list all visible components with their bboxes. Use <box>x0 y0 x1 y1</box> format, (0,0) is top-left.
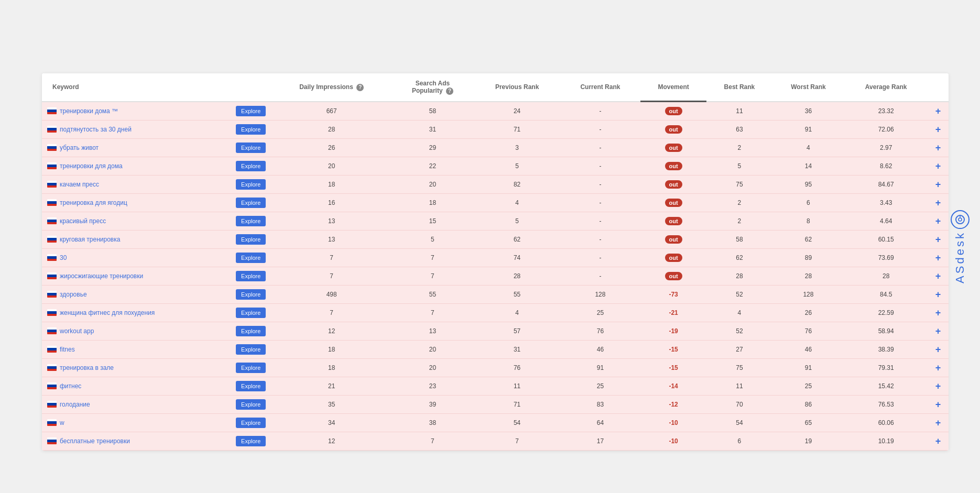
explore-button[interactable]: Explore <box>236 198 266 208</box>
col-worst-rank: Worst Rank <box>772 73 845 102</box>
explore-button[interactable]: Explore <box>236 436 266 446</box>
keyword-link[interactable]: fitnes <box>60 346 75 353</box>
daily-impressions-cell: 7 <box>272 248 391 267</box>
worst-rank-cell: 62 <box>772 230 845 248</box>
add-keyword-button[interactable]: + <box>935 308 941 317</box>
search-ads-popularity-cell: 7 <box>391 248 474 267</box>
explore-cell: Explore <box>230 303 272 322</box>
daily-impressions-help-icon[interactable]: ? <box>356 84 364 91</box>
add-keyword-button[interactable]: + <box>935 326 941 336</box>
best-rank-cell: 5 <box>706 157 772 175</box>
movement-cell: out <box>640 157 706 175</box>
add-keyword-button[interactable]: + <box>935 345 941 354</box>
search-ads-popularity-cell: 20 <box>391 340 474 358</box>
explore-button[interactable]: Explore <box>236 253 266 263</box>
worst-rank-cell: 19 <box>772 432 845 450</box>
add-keyword-button[interactable]: + <box>935 180 941 189</box>
keyword-cell: женщина фитнес для похудения <box>42 303 230 322</box>
explore-button[interactable]: Explore <box>236 399 266 410</box>
flag-ru-icon <box>47 181 57 188</box>
keyword-cell: 30 <box>42 248 230 267</box>
aso-brand: ASdesk <box>951 210 970 283</box>
add-keyword-button[interactable]: + <box>935 198 941 207</box>
explore-button[interactable]: Explore <box>236 271 266 281</box>
add-keyword-button[interactable]: + <box>935 418 941 428</box>
keyword-link[interactable]: качаем пресс <box>60 181 99 188</box>
explore-button[interactable]: Explore <box>236 216 266 226</box>
keyword-link[interactable]: 30 <box>60 254 67 261</box>
average-rank-cell: 3.43 <box>844 193 928 212</box>
average-rank-cell: 60.15 <box>844 230 928 248</box>
daily-impressions-cell: 16 <box>272 193 391 212</box>
add-cell: + <box>928 175 949 193</box>
explore-button[interactable]: Explore <box>236 143 266 153</box>
keyword-link[interactable]: workout app <box>60 327 94 335</box>
add-keyword-button[interactable]: + <box>935 253 941 262</box>
keyword-link[interactable]: w <box>60 419 64 426</box>
keyword-link[interactable]: тренировка в зале <box>60 364 114 371</box>
add-keyword-button[interactable]: + <box>935 400 941 409</box>
add-keyword-button[interactable]: + <box>935 271 941 281</box>
explore-button[interactable]: Explore <box>236 161 266 171</box>
daily-impressions-cell: 13 <box>272 230 391 248</box>
average-rank-cell: 28 <box>844 267 928 285</box>
add-keyword-button[interactable]: + <box>935 290 941 299</box>
add-keyword-button[interactable]: + <box>935 381 941 391</box>
add-keyword-button[interactable]: + <box>935 125 941 134</box>
add-keyword-button[interactable]: + <box>935 436 941 446</box>
explore-button[interactable]: Explore <box>236 308 266 318</box>
add-keyword-button[interactable]: + <box>935 216 941 226</box>
explore-button[interactable]: Explore <box>236 234 266 245</box>
current-rank-cell: - <box>560 212 640 230</box>
keyword-link[interactable]: женщина фитнес для похудения <box>60 309 155 316</box>
table-row: круговая тренировка Explore13562-out5862… <box>42 230 949 248</box>
explore-cell: Explore <box>230 377 272 395</box>
explore-button[interactable]: Explore <box>236 124 266 135</box>
search-ads-popularity-cell: 15 <box>391 212 474 230</box>
add-keyword-button[interactable]: + <box>935 161 941 171</box>
add-keyword-button[interactable]: + <box>935 235 941 244</box>
explore-button[interactable]: Explore <box>236 179 266 190</box>
previous-rank-cell: 55 <box>474 285 560 303</box>
keyword-link[interactable]: круговая тренировка <box>60 236 120 243</box>
explore-button[interactable]: Explore <box>236 106 266 116</box>
add-keyword-button[interactable]: + <box>935 106 941 116</box>
keyword-link[interactable]: подтянутость за 30 дней <box>60 126 132 133</box>
average-rank-cell: 23.32 <box>844 102 928 120</box>
col-explore-header <box>230 73 272 102</box>
keyword-link[interactable]: бесплатные тренировки <box>60 437 130 445</box>
add-cell: + <box>928 267 949 285</box>
best-rank-cell: 63 <box>706 120 772 138</box>
keyword-link[interactable]: фитнес <box>60 382 81 390</box>
explore-button[interactable]: Explore <box>236 344 266 355</box>
current-rank-cell: 64 <box>560 413 640 432</box>
keyword-cell: подтянутость за 30 дней <box>42 120 230 138</box>
search-ads-help-icon[interactable]: ? <box>446 87 453 95</box>
keyword-link[interactable]: красивый пресс <box>60 217 106 225</box>
explore-button[interactable]: Explore <box>236 381 266 391</box>
keyword-link[interactable]: голодание <box>60 401 90 408</box>
keyword-link[interactable]: убрать живот <box>60 144 99 151</box>
average-rank-cell: 58.94 <box>844 322 928 340</box>
explore-button[interactable]: Explore <box>236 326 266 336</box>
explore-button[interactable]: Explore <box>236 418 266 428</box>
previous-rank-cell: 54 <box>474 413 560 432</box>
current-rank-cell: - <box>560 138 640 157</box>
keyword-link[interactable]: тренировка для ягодиц <box>60 199 127 206</box>
keyword-cell: голодание <box>42 395 230 413</box>
current-rank-cell: 76 <box>560 322 640 340</box>
add-cell: + <box>928 212 949 230</box>
keyword-link[interactable]: тренировки дома ™ <box>60 107 118 115</box>
keyword-link[interactable]: тренировки для дома <box>60 162 123 170</box>
previous-rank-cell: 74 <box>474 248 560 267</box>
keyword-link[interactable]: здоровье <box>60 291 87 298</box>
explore-button[interactable]: Explore <box>236 289 266 300</box>
add-cell: + <box>928 230 949 248</box>
add-keyword-button[interactable]: + <box>935 143 941 152</box>
keyword-link[interactable]: жиросжигающие тренировки <box>60 272 143 280</box>
add-keyword-button[interactable]: + <box>935 363 941 373</box>
explore-button[interactable]: Explore <box>236 363 266 373</box>
daily-impressions-cell: 18 <box>272 175 391 193</box>
previous-rank-cell: 7 <box>474 432 560 450</box>
keyword-cell: workout app <box>42 322 230 340</box>
